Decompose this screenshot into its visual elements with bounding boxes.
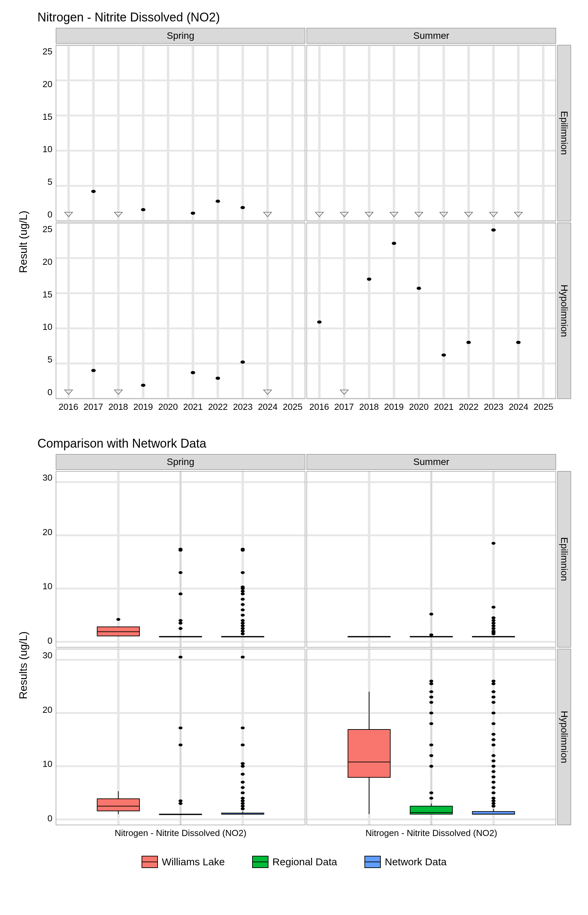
svg-point-212 bbox=[241, 726, 245, 729]
svg-point-234 bbox=[430, 744, 433, 746]
svg-point-126 bbox=[241, 632, 245, 635]
svg-point-139 bbox=[241, 585, 245, 588]
svg-point-240 bbox=[430, 682, 433, 685]
svg-point-200 bbox=[241, 807, 245, 810]
scatter-panel bbox=[56, 223, 305, 399]
scatter-panel bbox=[56, 45, 305, 221]
svg-point-259 bbox=[491, 738, 496, 741]
svg-point-127 bbox=[241, 630, 245, 632]
svg-point-68 bbox=[216, 377, 220, 380]
box-chart-title: Comparison with Network Data bbox=[37, 436, 574, 451]
svg-marker-22 bbox=[114, 212, 122, 217]
svg-point-260 bbox=[491, 733, 496, 736]
legend-label: Williams Lake bbox=[162, 856, 225, 868]
scatter-panel bbox=[307, 223, 556, 399]
svg-point-265 bbox=[491, 690, 496, 693]
legend-item: Regional Data bbox=[252, 856, 337, 868]
svg-marker-21 bbox=[65, 212, 73, 217]
box-y-label: Results (ug/L) bbox=[17, 631, 30, 699]
svg-point-254 bbox=[491, 770, 496, 773]
svg-point-267 bbox=[491, 680, 496, 682]
svg-point-261 bbox=[491, 722, 496, 725]
svg-point-136 bbox=[241, 593, 245, 595]
svg-point-246 bbox=[491, 805, 496, 807]
svg-point-239 bbox=[430, 690, 433, 693]
svg-point-204 bbox=[241, 797, 245, 800]
legend-item: Network Data bbox=[364, 856, 447, 868]
row-strip: Epilimnion bbox=[557, 45, 571, 221]
svg-point-255 bbox=[491, 765, 496, 768]
svg-point-115 bbox=[179, 627, 183, 630]
svg-point-159 bbox=[430, 634, 433, 636]
svg-point-235 bbox=[430, 722, 433, 725]
svg-point-241 bbox=[430, 680, 433, 682]
svg-point-67 bbox=[191, 371, 195, 374]
svg-point-129 bbox=[241, 624, 245, 627]
svg-point-264 bbox=[491, 696, 496, 698]
box-panel bbox=[56, 649, 305, 825]
svg-point-213 bbox=[241, 656, 245, 658]
svg-point-210 bbox=[241, 762, 245, 765]
svg-point-17 bbox=[141, 208, 145, 211]
svg-point-172 bbox=[491, 616, 496, 619]
svg-point-69 bbox=[241, 361, 245, 364]
svg-point-137 bbox=[241, 590, 245, 593]
scatter-panel bbox=[307, 45, 556, 221]
svg-point-233 bbox=[430, 754, 433, 757]
row-strip: Hypolimnion bbox=[557, 223, 571, 399]
svg-point-131 bbox=[241, 619, 245, 622]
svg-point-133 bbox=[241, 608, 245, 611]
svg-point-262 bbox=[491, 712, 496, 715]
legend-item: Williams Lake bbox=[142, 856, 225, 868]
svg-marker-43 bbox=[390, 212, 398, 217]
svg-marker-71 bbox=[114, 390, 122, 394]
svg-point-140 bbox=[241, 571, 245, 574]
svg-point-207 bbox=[241, 781, 245, 784]
svg-point-89 bbox=[317, 320, 321, 323]
svg-rect-228 bbox=[410, 806, 452, 814]
svg-marker-41 bbox=[340, 212, 348, 217]
svg-point-253 bbox=[491, 776, 496, 778]
svg-point-206 bbox=[241, 786, 245, 789]
y-ticks: 3020100 bbox=[34, 471, 55, 647]
legend-swatch bbox=[364, 856, 381, 868]
y-ticks: 3020100 bbox=[34, 649, 55, 825]
scatter-y-label: Result (ug/L) bbox=[17, 211, 30, 273]
svg-point-95 bbox=[491, 228, 496, 231]
svg-point-20 bbox=[241, 206, 245, 209]
svg-point-90 bbox=[367, 277, 371, 280]
svg-point-232 bbox=[430, 765, 433, 768]
col-strip: Spring bbox=[56, 454, 305, 470]
svg-point-209 bbox=[241, 765, 245, 768]
svg-point-257 bbox=[491, 754, 496, 757]
legend-label: Regional Data bbox=[273, 856, 337, 868]
svg-point-230 bbox=[430, 797, 433, 800]
x-ticks: 2016201720182019202020212022202320242025 bbox=[307, 400, 556, 416]
svg-point-249 bbox=[491, 797, 496, 800]
box-panel bbox=[307, 471, 556, 647]
svg-marker-44 bbox=[415, 212, 423, 217]
box-panel bbox=[56, 471, 305, 647]
svg-marker-48 bbox=[515, 212, 522, 217]
svg-point-252 bbox=[491, 781, 496, 784]
svg-point-110 bbox=[116, 618, 120, 621]
svg-point-118 bbox=[179, 593, 183, 595]
svg-marker-72 bbox=[264, 390, 271, 394]
svg-point-130 bbox=[241, 622, 245, 625]
svg-point-128 bbox=[241, 627, 245, 630]
svg-point-171 bbox=[491, 619, 496, 622]
svg-point-168 bbox=[491, 627, 496, 630]
svg-rect-244 bbox=[472, 812, 515, 814]
svg-point-202 bbox=[241, 802, 245, 805]
legend-swatch bbox=[142, 856, 158, 868]
svg-point-203 bbox=[241, 800, 245, 802]
x-ticks: Nitrogen - Nitrite Dissolved (NO2) bbox=[307, 826, 556, 842]
svg-point-65 bbox=[91, 369, 95, 372]
svg-point-191 bbox=[179, 802, 183, 805]
svg-point-167 bbox=[491, 630, 496, 632]
svg-point-247 bbox=[491, 802, 496, 805]
legend-label: Network Data bbox=[385, 856, 447, 868]
box-panel bbox=[307, 649, 556, 825]
svg-point-193 bbox=[179, 744, 183, 746]
svg-point-201 bbox=[241, 805, 245, 807]
